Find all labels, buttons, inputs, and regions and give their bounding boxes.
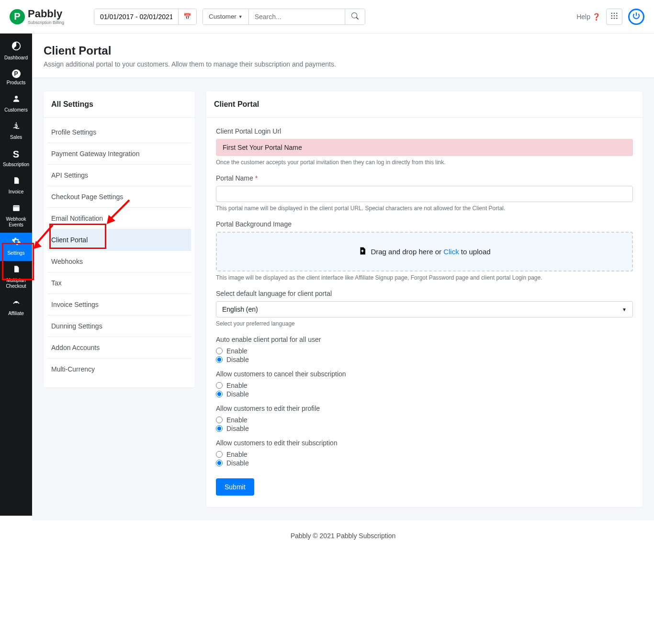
settings-item-checkout[interactable]: Checkout Page Settings xyxy=(47,186,191,208)
edit-sub-enable-radio[interactable] xyxy=(216,451,223,458)
svg-point-4 xyxy=(614,15,615,17)
products-icon: P xyxy=(12,69,21,78)
customers-icon xyxy=(12,94,21,105)
edit-profile-group: Enable Disable xyxy=(216,416,633,432)
page-header: Client Portal Assign additional portal t… xyxy=(32,34,654,78)
login-url-help: Once the customer accepts your portal in… xyxy=(216,159,633,166)
cancel-sub-group: Enable Disable xyxy=(216,382,633,398)
calendar-button[interactable]: 📅 xyxy=(178,9,196,24)
settings-item-email[interactable]: Email Notification xyxy=(47,208,191,229)
nav-sales[interactable]: Sales xyxy=(0,118,32,145)
language-help: Select your preferred language xyxy=(216,320,633,327)
nav-settings[interactable]: Settings xyxy=(0,233,32,261)
multiplan-icon xyxy=(12,265,20,276)
auto-enable-group: Enable Disable xyxy=(216,347,633,363)
settings-list: Profile Settings Payment Gateway Integra… xyxy=(44,118,195,387)
edit-sub-disable-radio[interactable] xyxy=(216,460,223,466)
calendar-icon: 📅 xyxy=(183,13,192,20)
caret-down-icon: ▼ xyxy=(238,14,243,19)
cancel-sub-label: Allow customers to cancel their subscrip… xyxy=(216,370,633,378)
svg-point-0 xyxy=(611,12,612,14)
settings-item-currency[interactable]: Multi-Currency xyxy=(47,359,191,380)
main-content: Client Portal Assign additional portal t… xyxy=(32,34,654,551)
auto-enable-disable-radio[interactable] xyxy=(216,356,223,363)
svg-point-8 xyxy=(616,18,618,19)
edit-sub-group: Enable Disable xyxy=(216,451,633,467)
date-range-input[interactable] xyxy=(94,9,178,24)
bg-image-help: This image will be displayed as the clie… xyxy=(216,274,633,281)
nav-affiliate[interactable]: Affiliate xyxy=(0,294,32,321)
apps-button[interactable] xyxy=(606,9,622,25)
customer-dropdown[interactable]: Customer▼ xyxy=(203,9,249,24)
nav-customers[interactable]: Customers xyxy=(0,90,32,118)
language-select[interactable]: English (en)▼ xyxy=(216,301,633,317)
settings-panel: All Settings Profile Settings Payment Ga… xyxy=(44,91,195,387)
settings-item-client-portal[interactable]: Client Portal xyxy=(47,229,191,251)
form-body: Client Portal Login Url First Set Your P… xyxy=(206,118,643,507)
search-input[interactable] xyxy=(249,9,345,24)
svg-point-1 xyxy=(614,12,615,14)
brand-subtitle: Subscription Billing xyxy=(28,20,64,25)
bg-image-label: Portal Background Image xyxy=(216,220,633,228)
svg-point-10 xyxy=(15,96,18,99)
settings-item-gateway[interactable]: Payment Gateway Integration xyxy=(47,143,191,165)
left-sidebar: Dashboard PProducts Customers Sales SSub… xyxy=(0,34,32,516)
cancel-sub-enable-radio[interactable] xyxy=(216,382,223,389)
nav-products[interactable]: PProducts xyxy=(0,66,32,90)
nav-multiplan[interactable]: Multiplan Checkout xyxy=(0,261,32,294)
settings-item-api[interactable]: API Settings xyxy=(47,165,191,186)
click-upload-link[interactable]: Click xyxy=(443,248,459,256)
settings-item-profile[interactable]: Profile Settings xyxy=(47,122,191,143)
invoice-icon xyxy=(12,176,20,187)
header-right: Help❓ xyxy=(576,9,644,25)
bg-image-dropzone[interactable]: Drag and drop here or Click to upload xyxy=(216,232,633,271)
nav-invoice[interactable]: Invoice xyxy=(0,172,32,200)
grid-icon xyxy=(611,12,618,21)
sales-icon xyxy=(12,122,21,133)
login-url-alert: First Set Your Portal Name xyxy=(216,139,633,156)
settings-item-addon[interactable]: Addon Accounts xyxy=(47,337,191,359)
power-icon xyxy=(632,12,640,21)
dashboard-icon xyxy=(11,41,21,53)
page-description: Assign additional portal to your custome… xyxy=(44,60,643,68)
edit-profile-enable-radio[interactable] xyxy=(216,417,223,423)
svg-rect-11 xyxy=(13,205,20,211)
logo-icon: P xyxy=(10,9,25,24)
brand-name: Pabbly xyxy=(28,9,64,19)
search-icon xyxy=(351,14,359,21)
search-button[interactable] xyxy=(345,9,365,24)
footer-text: Pabbly © 2021 Pabbly Subscription xyxy=(32,520,654,551)
form-title: Client Portal xyxy=(206,91,643,118)
edit-profile-disable-radio[interactable] xyxy=(216,425,223,432)
settings-item-dunning[interactable]: Dunning Settings xyxy=(47,316,191,337)
calendar-icon xyxy=(12,203,21,215)
power-button[interactable] xyxy=(628,9,644,25)
required-asterisk: * xyxy=(255,174,258,182)
portal-name-input[interactable] xyxy=(216,186,633,202)
auto-enable-label: Auto enable client portal for all user xyxy=(216,336,633,343)
svg-point-7 xyxy=(614,18,615,19)
settings-item-invoice[interactable]: Invoice Settings xyxy=(47,294,191,316)
login-url-label: Client Portal Login Url xyxy=(216,127,633,135)
settings-item-webhooks[interactable]: Webhooks xyxy=(47,251,191,272)
brand-logo[interactable]: P Pabbly Subscription Billing xyxy=(10,9,94,25)
nav-subscription[interactable]: SSubscription xyxy=(0,145,32,172)
client-portal-form: Client Portal Client Portal Login Url Fi… xyxy=(206,91,643,507)
page-title: Client Portal xyxy=(44,44,643,57)
submit-button[interactable]: Submit xyxy=(216,478,254,496)
help-icon: ❓ xyxy=(592,13,600,21)
edit-profile-label: Allow customers to edit their profile xyxy=(216,405,633,412)
nav-webhook-events[interactable]: Webhook Events xyxy=(0,200,32,233)
nav-dashboard[interactable]: Dashboard xyxy=(0,37,32,66)
help-link[interactable]: Help❓ xyxy=(576,13,600,21)
auto-enable-enable-radio[interactable] xyxy=(216,348,223,354)
gear-icon xyxy=(11,237,21,249)
settings-item-tax[interactable]: Tax xyxy=(47,272,191,294)
portal-name-help: This portal name will be displayed in th… xyxy=(216,205,633,212)
search-group: Customer▼ xyxy=(203,9,365,25)
svg-point-3 xyxy=(611,15,612,17)
upload-icon xyxy=(358,246,367,257)
svg-point-2 xyxy=(616,12,618,14)
cancel-sub-disable-radio[interactable] xyxy=(216,391,223,397)
subscription-icon: S xyxy=(13,149,19,160)
